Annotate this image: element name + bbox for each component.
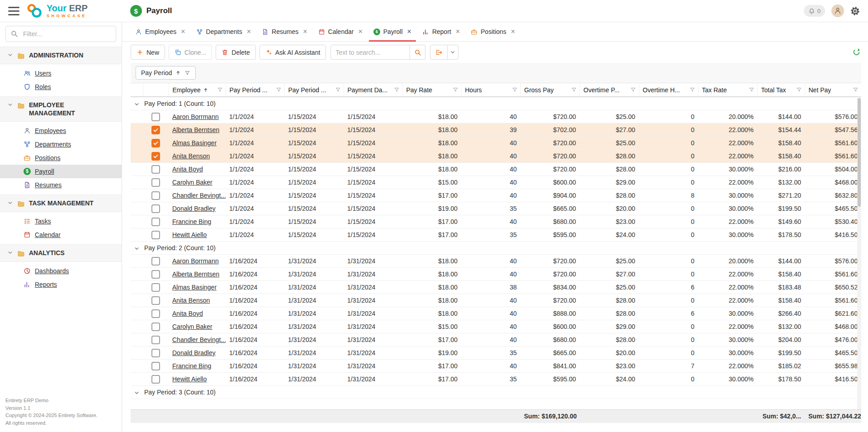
column-header-overtime-pay[interactable]: Overtime P... — [580, 83, 639, 97]
employee-link[interactable]: Donald Bradley — [172, 349, 216, 356]
employee-link[interactable]: Anita Boyd — [172, 310, 203, 317]
sidebar-section-task-management[interactable]: TASK MANAGEMENT — [0, 195, 122, 212]
filter-icon[interactable] — [749, 87, 755, 93]
sidebar-item-calendar[interactable]: Calendar — [0, 228, 122, 242]
close-icon[interactable]: × — [181, 28, 185, 35]
filter-icon[interactable] — [571, 87, 577, 93]
vertical-scrollbar[interactable] — [857, 97, 861, 409]
tab-employees[interactable]: Employees× — [131, 22, 190, 41]
filter-icon[interactable] — [453, 87, 458, 93]
employee-link[interactable]: Hewitt Aiello — [172, 231, 207, 238]
table-row[interactable]: Almas Basinger1/1/20241/15/20241/15/2024… — [131, 137, 861, 150]
filter-icon[interactable] — [276, 87, 282, 93]
filter-icon[interactable] — [689, 87, 695, 93]
delete-button[interactable]: Delete — [216, 45, 255, 60]
row-checkbox[interactable] — [151, 296, 160, 305]
column-header-net-pay[interactable]: Net Pay — [805, 83, 861, 97]
table-row[interactable]: Hewitt Aiello1/1/20241/15/20241/15/2024$… — [131, 228, 861, 242]
group-collapse-cell[interactable] — [131, 386, 143, 399]
table-row[interactable]: Anita Boyd1/16/20241/31/20241/31/2024$18… — [131, 307, 861, 320]
column-header-overtime-hours[interactable]: Overtime H... — [639, 83, 698, 97]
table-row[interactable]: Carolyn Baker1/16/20241/31/20241/31/2024… — [131, 320, 861, 333]
sidebar-item-reports[interactable]: Reports — [0, 278, 122, 291]
filter-icon[interactable] — [335, 87, 341, 93]
table-row[interactable]: Francine Bing1/16/20241/31/20241/31/2024… — [131, 360, 861, 373]
employee-link[interactable]: Anita Benson — [172, 152, 210, 160]
sidebar-item-tasks[interactable]: Tasks — [0, 214, 122, 228]
employee-link[interactable]: Francine Bing — [172, 362, 211, 370]
search-button[interactable] — [410, 45, 425, 60]
close-icon[interactable]: × — [247, 28, 251, 35]
column-header-total-tax[interactable]: Total Tax — [757, 83, 805, 97]
table-row[interactable]: Alberta Berntsen1/1/20241/15/20241/15/20… — [131, 123, 861, 137]
table-row[interactable]: Chandler Bevingt...1/16/20241/31/20241/3… — [131, 333, 861, 347]
row-checkbox[interactable] — [151, 362, 160, 370]
close-icon[interactable]: × — [407, 28, 411, 35]
employee-link[interactable]: Alberta Berntsen — [172, 126, 219, 133]
row-checkbox[interactable] — [151, 178, 160, 187]
employee-link[interactable]: Almas Basinger — [172, 284, 217, 291]
table-row[interactable]: Hewitt Aiello1/16/20241/31/20241/31/2024… — [131, 373, 861, 386]
sidebar-item-positions[interactable]: Positions — [0, 151, 122, 165]
table-row[interactable]: Aaron Borrmann1/16/20241/31/20241/31/202… — [131, 255, 861, 268]
sidebar-item-dashboards[interactable]: Dashboards — [0, 264, 122, 278]
export-button[interactable] — [430, 45, 448, 60]
column-header-tax-rate[interactable]: Tax Rate — [698, 83, 757, 97]
new-button[interactable]: New — [131, 45, 165, 60]
filter-icon[interactable] — [630, 87, 636, 93]
sidebar-filter-input[interactable] — [5, 26, 116, 42]
tab-resumes[interactable]: Resumes× — [257, 22, 311, 41]
table-row[interactable]: Donald Bradley1/1/20241/15/20241/15/2024… — [131, 202, 861, 215]
employee-link[interactable]: Anita Boyd — [172, 166, 203, 173]
employee-link[interactable]: Hewitt Aiello — [172, 375, 207, 383]
table-row[interactable]: Anita Benson1/1/20241/15/20241/15/2024$1… — [131, 150, 861, 163]
table-row[interactable]: Donald Bradley1/16/20241/31/20241/31/202… — [131, 347, 861, 360]
tab-report[interactable]: Report× — [418, 22, 464, 41]
refresh-button[interactable] — [852, 48, 861, 57]
group-collapse-cell[interactable] — [131, 242, 143, 255]
notifications-button[interactable]: 0 — [804, 5, 825, 17]
filter-icon[interactable] — [512, 87, 518, 93]
sidebar-section-analytics[interactable]: ANALYTICS — [0, 244, 122, 262]
sidebar-item-roles[interactable]: Roles — [0, 80, 122, 94]
sidebar-section-employee-management[interactable]: EMPLOYEE MANAGEMENT — [0, 96, 122, 122]
table-row[interactable]: Francine Bing1/1/20241/15/20241/15/2024$… — [131, 215, 861, 228]
row-checkbox[interactable] — [151, 257, 160, 266]
table-row[interactable]: Anita Benson1/16/20241/31/20241/31/2024$… — [131, 294, 861, 307]
sidebar-item-employees[interactable]: Employees — [0, 124, 122, 138]
tab-calendar[interactable]: Calendar× — [314, 22, 367, 41]
settings-gear-icon[interactable] — [850, 6, 860, 16]
avatar[interactable] — [831, 5, 844, 17]
group-row[interactable]: Pay Period: 2 (Count: 10) — [131, 242, 861, 255]
row-checkbox[interactable] — [151, 139, 160, 147]
row-checkbox[interactable] — [151, 349, 160, 357]
close-icon[interactable]: × — [456, 28, 460, 35]
row-checkbox[interactable] — [151, 231, 160, 239]
row-checkbox[interactable] — [151, 204, 160, 213]
group-row[interactable]: Pay Period: 3 (Count: 10) — [131, 386, 861, 399]
filter-icon[interactable] — [796, 87, 802, 93]
row-checkbox[interactable] — [151, 113, 160, 121]
column-header-pay-period-start[interactable]: Pay Period ... — [226, 83, 284, 97]
column-header-pay-rate[interactable]: Pay Rate — [402, 83, 461, 97]
filter-icon[interactable] — [217, 87, 223, 93]
tab-departments[interactable]: Departments× — [192, 22, 256, 41]
employee-link[interactable]: Chandler Bevingt... — [172, 192, 226, 199]
group-chip-pay-period[interactable]: Pay Period — [136, 66, 196, 80]
row-checkbox[interactable] — [151, 283, 160, 292]
sidebar-item-departments[interactable]: Departments — [0, 138, 122, 151]
row-checkbox[interactable] — [151, 126, 160, 134]
employee-link[interactable]: Francine Bing — [172, 218, 211, 225]
tab-payroll[interactable]: $Payroll× — [369, 22, 416, 41]
menu-icon[interactable] — [8, 7, 19, 15]
group-collapse-cell[interactable] — [131, 97, 143, 110]
row-checkbox[interactable] — [151, 152, 160, 161]
column-header-hours[interactable]: Hours — [461, 83, 520, 97]
clone-button[interactable]: Clone... — [169, 45, 212, 60]
tab-positions[interactable]: Positions× — [466, 22, 519, 41]
employee-link[interactable]: Alberta Berntsen — [172, 271, 219, 278]
table-row[interactable]: Aaron Borrmann1/1/20241/15/20241/15/2024… — [131, 110, 861, 123]
row-checkbox[interactable] — [151, 336, 160, 344]
table-row[interactable]: Carolyn Baker1/1/20241/15/20241/15/2024$… — [131, 176, 861, 189]
table-row[interactable]: Almas Basinger1/16/20241/31/20241/31/202… — [131, 281, 861, 294]
